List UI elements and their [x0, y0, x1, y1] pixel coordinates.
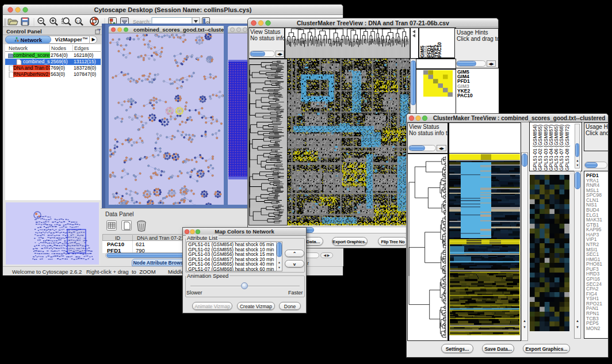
svg-text:PAC10: PAC10: [437, 42, 442, 58]
svg-text:GPL51-08 (GSM872): GPL51-08 (GSM872): [564, 125, 570, 171]
svg-text:1:1: 1:1: [76, 20, 81, 23]
svg-text:GPL51-02 (GSM855): GPL51-02 (GSM855): [537, 125, 543, 171]
svg-text:GPL51-07 (GSM868): GPL51-07 (GSM868): [559, 125, 564, 171]
